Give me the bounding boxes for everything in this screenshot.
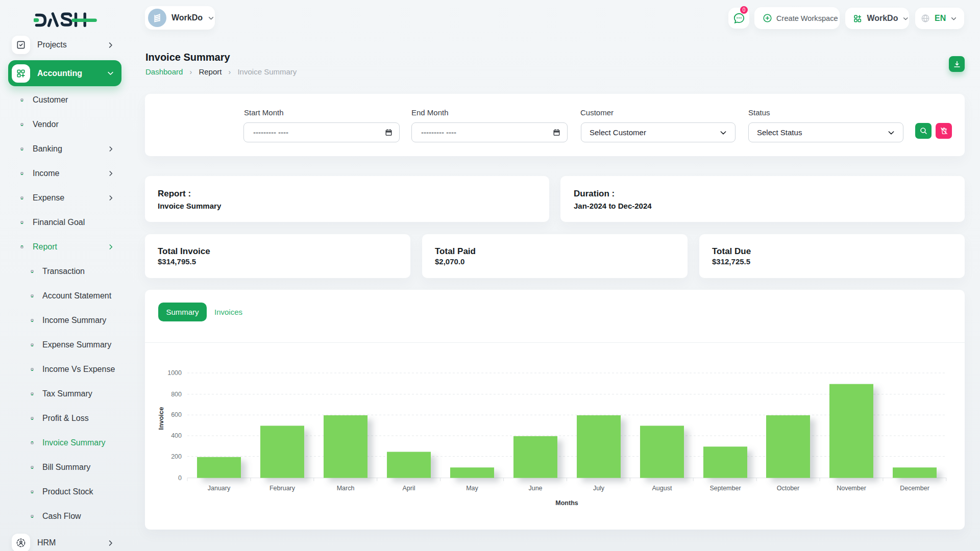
svg-text:November: November (837, 485, 866, 492)
svg-text:May: May (466, 485, 478, 492)
svg-text:600: 600 (171, 411, 182, 418)
svg-text:April: April (402, 485, 415, 492)
svg-text:September: September (709, 485, 741, 492)
svg-text:Months: Months (555, 499, 578, 507)
svg-text:December: December (900, 485, 929, 492)
svg-text:March: March (337, 485, 355, 492)
svg-text:October: October (777, 485, 799, 492)
svg-text:June: June (528, 485, 542, 492)
svg-text:July: July (593, 485, 605, 492)
svg-text:200: 200 (171, 453, 182, 460)
svg-text:800: 800 (171, 391, 182, 398)
svg-text:1000: 1000 (167, 369, 182, 377)
svg-text:February: February (270, 485, 296, 492)
svg-text:January: January (208, 485, 231, 492)
svg-text:0: 0 (178, 474, 182, 482)
svg-text:August: August (652, 485, 672, 492)
svg-text:Invoice: Invoice (157, 407, 165, 430)
svg-text:400: 400 (171, 432, 182, 439)
